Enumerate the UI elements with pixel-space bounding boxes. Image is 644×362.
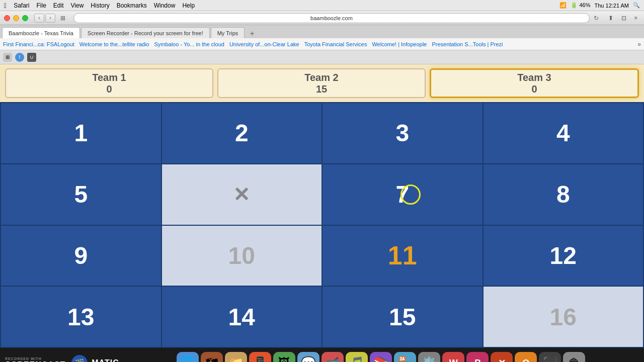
bookmark-item[interactable]: Welcome to the...tellite radio [79, 41, 149, 47]
cell-number: 13 [67, 303, 94, 331]
menu-help[interactable]: Help [182, 2, 195, 9]
grid-cell-15[interactable]: 15 [323, 287, 482, 347]
tab-baamboozle[interactable]: Baamboozle - Texas Trivia [2, 27, 80, 38]
dock-store-icon[interactable]: 🏪 [394, 352, 416, 362]
bookmarks-bar: First Financi...ca: FSALogout Welcome to… [0, 38, 644, 50]
team1-score[interactable]: Team 1 0 [5, 68, 213, 98]
menu-edit[interactable]: Edit [53, 2, 64, 9]
minimize-button[interactable] [13, 15, 19, 21]
toolbar-row: ⊞ f U [0, 50, 644, 64]
menu-bar:  Safari File Edit View History Bookmark… [0, 0, 644, 11]
bookmark-item[interactable]: University of...on-Clear Lake [229, 41, 299, 47]
address-bar[interactable]: baamboozle.com [73, 13, 590, 23]
new-tab-plus[interactable]: + [248, 29, 257, 38]
bookmark-item[interactable]: Toyota Financial Services [304, 41, 367, 47]
apple-logo[interactable]:  [4, 2, 7, 10]
dock-files-icon[interactable]: 📁 [225, 352, 247, 362]
dock-chrome-icon[interactable]: 🌐 [177, 352, 199, 362]
show-all-tabs[interactable]: ≡ [632, 14, 640, 22]
menu-window[interactable]: Window [154, 2, 176, 9]
dock-o-icon[interactable]: O [515, 352, 537, 362]
dock-app-icon[interactable]: 📱 [249, 352, 271, 362]
grid-cell-4[interactable]: 4 [484, 103, 643, 163]
game-area: Team 1 0 Team 2 15 Team 3 0 1 2 3 4 5 [0, 64, 644, 348]
dock-pp-icon[interactable]: P [466, 352, 489, 362]
bookmark-item[interactable]: First Financi...ca: FSALogout [3, 41, 74, 47]
back-button[interactable]: ‹ [34, 14, 44, 23]
cell-number: 5 [74, 180, 88, 208]
bookmark-item[interactable]: Symbaloo - Yo... in the cloud [154, 41, 224, 47]
refresh-button[interactable]: ↻ [593, 15, 600, 22]
dock-messages-icon[interactable]: 💬 [297, 352, 319, 362]
grid-cell-11[interactable]: 11 [323, 226, 482, 286]
menu-history[interactable]: History [91, 2, 109, 9]
grid-cell-14[interactable]: 14 [162, 287, 322, 347]
more-bookmarks[interactable]: » [637, 41, 641, 48]
dock-x-icon[interactable]: ✕ [491, 352, 513, 362]
dock-notes-icon[interactable]: 🎵 [346, 352, 368, 362]
share-button[interactable]: ⬆ [606, 14, 616, 23]
address-bar-container: baamboozle.com ↻ [73, 13, 600, 23]
brand-text: SCREENCAST [5, 360, 65, 363]
game-grid: 1 2 3 4 5 ✕ 7 8 9 10 11 [0, 102, 644, 348]
dock-settings-icon[interactable]: ⚙️ [418, 352, 440, 362]
tab-label: Screen Recorder - Record your screen for… [88, 30, 203, 36]
clock: Thu 12:21 AM [595, 3, 629, 9]
tab-bar: Baamboozle - Texas Trivia Screen Recorde… [0, 25, 644, 38]
team3-score[interactable]: Team 3 0 [430, 68, 639, 98]
bottom-bar: RECORDED WITH SCREENCAST 🎬 MATIC 🌐 🗺 📁 📱… [0, 348, 644, 362]
cell-number: 2 [235, 119, 249, 147]
team1-name: Team 1 [92, 72, 126, 83]
grid-cell-9[interactable]: 9 [1, 226, 161, 286]
cell-number: 8 [556, 180, 570, 208]
u-icon[interactable]: U [27, 53, 36, 62]
grid-cell-8[interactable]: 8 [484, 164, 643, 225]
grid-cell-2[interactable]: 2 [162, 103, 322, 163]
dock-maps-icon[interactable]: 🗺 [201, 352, 223, 362]
dock-books-icon[interactable]: 📚 [370, 352, 392, 362]
grid-cell-10[interactable]: 10 [162, 226, 322, 286]
grid-cell-1[interactable]: 1 [1, 103, 161, 163]
team2-points: 15 [316, 83, 327, 95]
dock-terminal-icon[interactable]: ⬛ [539, 352, 561, 362]
grid-cell-6[interactable]: ✕ [162, 164, 322, 225]
cell-number: 11 [388, 240, 417, 270]
menu-safari[interactable]: Safari [14, 2, 29, 9]
dock-trash-icon[interactable]: 🗑 [563, 352, 585, 362]
grid-cell-12[interactable]: 12 [484, 226, 643, 286]
grid-cell-3[interactable]: 3 [323, 103, 482, 163]
team3-points: 0 [531, 83, 537, 95]
scores-bar: Team 1 0 Team 2 15 Team 3 0 [0, 64, 644, 102]
maximize-button[interactable] [22, 15, 28, 21]
cell-number: 4 [556, 119, 570, 147]
tab-mytrips[interactable]: My Trips [211, 27, 245, 38]
grid-cell-5[interactable]: 5 [1, 164, 161, 225]
grid-cell-7[interactable]: 7 [323, 164, 482, 225]
screencast-text: SCREENCAST [5, 360, 65, 363]
menu-view[interactable]: View [71, 2, 84, 9]
menu-bookmarks[interactable]: Bookmarks [117, 2, 147, 9]
close-button[interactable] [4, 15, 10, 21]
dock-word-icon[interactable]: W [442, 352, 464, 362]
forward-button[interactable]: › [45, 14, 55, 23]
bookmark-item[interactable]: Presentation S...Tools | Prezi [432, 41, 503, 47]
nav-buttons: ‹ › [34, 14, 55, 23]
team2-score[interactable]: Team 2 15 [217, 68, 426, 98]
cell-number: 16 [550, 303, 577, 331]
dock: 🌐 🗺 📁 📱 🖼 💬 📹 🎵 📚 🏪 ⚙️ W P ✕ O ⬛ 🗑 [123, 352, 639, 362]
dock-facetime-icon[interactable]: 📹 [321, 352, 344, 362]
dock-photos-icon[interactable]: 🖼 [273, 352, 295, 362]
grid-cell-13[interactable]: 13 [1, 287, 161, 347]
menu-file[interactable]: File [36, 2, 46, 9]
search-icon[interactable]: 🔍 [633, 2, 640, 9]
matic-text: MATIC [92, 358, 119, 362]
cell-number: 3 [395, 119, 409, 147]
sidebar-toggle[interactable]: ⊞ [58, 14, 67, 23]
fb-icon[interactable]: f [15, 53, 24, 62]
grid-cell-16[interactable]: 16 [484, 287, 643, 347]
new-tab-button[interactable]: ⊡ [619, 14, 629, 23]
tab-screenrecorder[interactable]: Screen Recorder - Record your screen for… [81, 27, 210, 38]
apps-icon[interactable]: ⊞ [3, 53, 12, 62]
bookmark-item[interactable]: Welcome! | Infopeople [372, 41, 427, 47]
team3-name: Team 3 [517, 72, 551, 83]
